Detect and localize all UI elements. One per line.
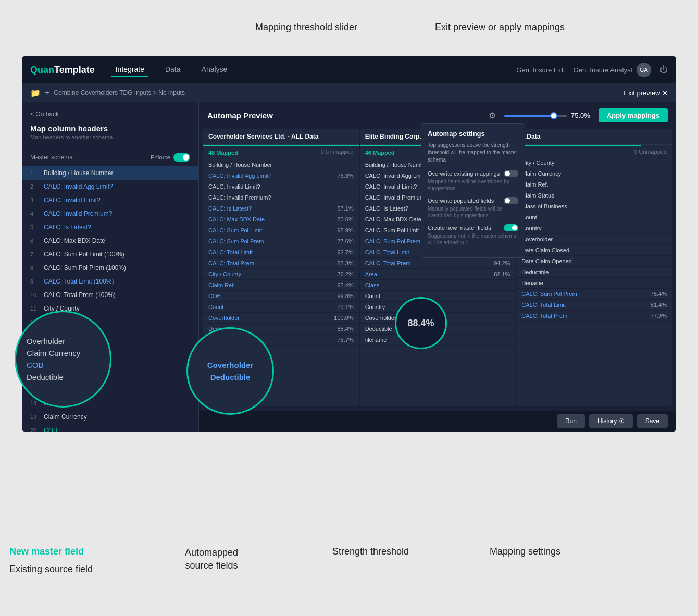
nav-data[interactable]: Data: [161, 63, 185, 77]
zoom-item: Claim Currency: [27, 349, 80, 358]
settings-desc: Top suggestions above the strength thres…: [428, 142, 518, 164]
table-row[interactable]: Coverholder100.0%: [203, 313, 359, 324]
item-label: CALC: Invalid Limit?: [44, 196, 101, 204]
overwrite-mappings-row: Overwrite existing mappings Mapped items…: [428, 170, 518, 192]
gear-icon[interactable]: ⚙: [489, 110, 496, 120]
run-button[interactable]: Run: [557, 414, 585, 428]
list-item[interactable]: 7 CALC: Sum Pol Limit (100%): [22, 248, 198, 261]
mapped-badge-1: 48 Mapped: [208, 149, 238, 157]
history-button[interactable]: History ①: [589, 414, 633, 428]
table-row[interactable]: CALC: Is Latest?87.1%: [203, 203, 359, 214]
table-row[interactable]: Area82.1%: [360, 269, 516, 280]
enforce-toggle[interactable]: [173, 153, 190, 162]
table-row[interactable]: Count79.1%: [203, 302, 359, 313]
exit-preview-btn[interactable]: Exit preview ✕: [624, 89, 668, 97]
automap-title: Automap Preview: [207, 111, 273, 120]
list-item[interactable]: 1 Building / House Number: [22, 166, 198, 180]
table-row[interactable]: City / County76.2%: [203, 269, 359, 280]
annotation-new-master: New master field: [9, 546, 84, 557]
nav-items: Integrate Data Analyse: [111, 63, 232, 77]
table-row[interactable]: CALC: Invalid Agg Limit?76.3%: [203, 170, 359, 181]
threshold-slider[interactable]: [504, 115, 567, 117]
item-num: 3: [30, 197, 40, 203]
overwrite-mappings-desc: Mapped items will be overridden by sugge…: [428, 178, 518, 192]
nav-integrate[interactable]: Integrate: [111, 63, 148, 77]
table-row: Date Claim Closed: [516, 245, 672, 256]
overwrite-mappings-label: Overwrite existing mappings: [428, 170, 500, 177]
table-row: Date Claim Opened: [516, 256, 672, 267]
list-item[interactable]: 3 CALC: Invalid Limit?: [22, 193, 198, 207]
create-master-label: Create new master fields: [428, 225, 491, 231]
overwrite-fields-desc: Manually populated fields will be overri…: [428, 205, 518, 219]
sidebar-cols-header: Master schema Enforce: [22, 149, 198, 166]
user-info: Gen. Insure Analyst GA: [574, 63, 651, 77]
table-row: CALC: Invalid Limit?: [203, 181, 359, 192]
table-row: Class of Business: [516, 201, 672, 212]
table-row[interactable]: CALC: Total Limit81.4%: [516, 300, 672, 311]
table-row[interactable]: COB99.8%: [203, 291, 359, 302]
list-item[interactable]: 4 CALC: Invalid Premium?: [22, 207, 198, 220]
avatar: GA: [637, 63, 651, 77]
unmapped-badge-1: 0 Unmapped: [321, 149, 354, 157]
col-1-stats: 48 Mapped 0 Unmapped: [203, 146, 359, 159]
table-row[interactable]: CALC: Total Prem83.3%: [203, 258, 359, 269]
save-button[interactable]: Save: [637, 414, 668, 428]
list-item-new[interactable]: 20 COB: [22, 424, 198, 432]
table-row[interactable]: CALC: Total Limit92.7%: [203, 247, 359, 258]
apply-mappings-button[interactable]: Apply mappings: [599, 108, 668, 122]
annotation-top-exit: Exit preview or apply mappings: [435, 22, 565, 33]
item-label: Claim Currency: [44, 413, 87, 421]
table-row[interactable]: Claim Ref.95.4%: [203, 280, 359, 291]
zoom-item: Deductible: [27, 373, 64, 381]
add-icon[interactable]: +: [45, 88, 49, 97]
nav-analyse[interactable]: Analyse: [197, 63, 232, 77]
list-item[interactable]: 6 CALC: Max BDX Date: [22, 234, 198, 248]
item-label: CALC: Total Limit (100%): [44, 278, 114, 285]
list-item[interactable]: 19 Claim Currency: [22, 410, 198, 424]
zoom-item-new: COB: [27, 361, 44, 369]
table-row: Count: [360, 291, 516, 302]
list-item[interactable]: 9 CALC: Total Limit (100%): [22, 275, 198, 288]
col-3-items: City / County Claim Currency Claim Ref. …: [516, 157, 672, 406]
list-item[interactable]: 2 CALC: Invalid Agg Limit?: [22, 180, 198, 193]
list-item[interactable]: 8 CALC: Sum Pol Prem (100%): [22, 261, 198, 275]
go-back-link[interactable]: < Go back: [30, 110, 190, 118]
table-row[interactable]: CALC: Sum Pol Prem75.4%: [516, 289, 672, 300]
create-master-desc: Suggestions not in the master schema wil…: [428, 232, 518, 246]
table-row[interactable]: CALC: Total Prem94.2%: [360, 258, 516, 269]
item-label: CALC: Invalid Premium?: [44, 210, 112, 217]
enforce-label: Enforce: [151, 154, 170, 161]
table-row[interactable]: CALC: Sum Pol Prem77.6%: [203, 236, 359, 247]
item-label: Building / House Number: [44, 169, 113, 177]
table-row: City / County: [516, 157, 672, 168]
power-icon[interactable]: ⏻: [659, 65, 668, 75]
item-label: CALC: Max BDX Date: [44, 237, 105, 244]
item-label: COB: [44, 427, 57, 432]
item-num: 4: [30, 211, 40, 217]
zoom-item: Overholder: [27, 337, 65, 346]
create-master-row: Create new master fields Suggestions not…: [428, 224, 518, 246]
create-master-toggle[interactable]: [504, 224, 518, 231]
overwrite-mappings-toggle[interactable]: [504, 170, 518, 177]
table-row[interactable]: CALC: Sum Pol Limit98.9%: [203, 225, 359, 236]
table-row[interactable]: CALC: Total Prem77.9%: [516, 311, 672, 322]
nav-right: Gen. Insure Ltd. Gen. Insure Analyst GA …: [516, 63, 668, 77]
item-num: 11: [30, 305, 40, 312]
item-num: 1: [30, 170, 40, 176]
zoom-center-item: Coverholder: [207, 361, 253, 369]
list-item[interactable]: 10 CALC: Total Prem (100%): [22, 288, 198, 302]
item-label: CALC: Is Latest?: [44, 224, 91, 231]
folder-icon: 📁: [30, 88, 41, 98]
table-row[interactable]: Class: [360, 280, 516, 291]
item-label: CALC: Invalid Agg Limit?: [44, 183, 113, 190]
item-num: 6: [30, 238, 40, 244]
table-row[interactable]: CALC: Max BDX Date80.6%: [203, 214, 359, 225]
table-row: filename: [516, 278, 672, 289]
list-item[interactable]: 5 CALC: Is Latest?: [22, 220, 198, 234]
app-window: QuanTemplate Integrate Data Analyse Gen.…: [22, 56, 676, 432]
sidebar-header: < Go back Map column headers Map headers…: [22, 102, 198, 149]
item-num: 5: [30, 224, 40, 230]
enforce-toggle-row: Enforce: [151, 153, 190, 162]
item-label: CALC: Sum Pol Prem (100%): [44, 264, 126, 272]
overwrite-fields-toggle[interactable]: [504, 197, 518, 204]
